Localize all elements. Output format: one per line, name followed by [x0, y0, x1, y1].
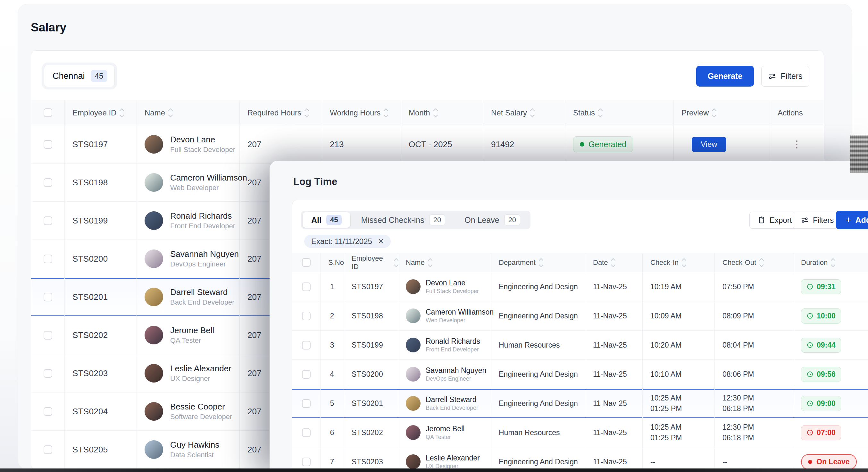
- checkbox-cell: [292, 301, 320, 331]
- sort-icon[interactable]: [305, 109, 308, 117]
- row-checkbox[interactable]: [43, 407, 52, 416]
- checkbox-cell: [292, 389, 320, 418]
- column-header-department[interactable]: Department: [491, 253, 585, 272]
- sort-icon[interactable]: [429, 259, 432, 266]
- tab-on-leave[interactable]: On Leave 20: [456, 212, 529, 228]
- sort-icon[interactable]: [682, 259, 686, 266]
- sort-icon[interactable]: [832, 259, 835, 266]
- row-checkbox[interactable]: [43, 255, 52, 263]
- row-checkbox[interactable]: [302, 341, 311, 350]
- duration-label: 09:44: [817, 341, 836, 350]
- add-log-button-label: Add Log: [856, 215, 868, 225]
- column-header-net-salary[interactable]: Net Salary: [483, 100, 565, 125]
- sort-icon[interactable]: [612, 259, 615, 266]
- employee-role: Full Stack Developer: [170, 145, 235, 154]
- salary-row-STS0197[interactable]: STS0197Devon LaneFull Stack Developer207…: [31, 125, 824, 164]
- log-row-STS0198[interactable]: 2STS0198Cameron WilliamsonWeb DeveloperE…: [292, 301, 868, 331]
- export-button[interactable]: Export: [749, 212, 800, 229]
- column-header-preview[interactable]: Preview: [674, 100, 770, 125]
- column-header-employee-id[interactable]: Employee ID: [65, 100, 137, 125]
- column-header-check-out[interactable]: Check-Out: [715, 253, 793, 272]
- salary-table-header: Employee IDNameRequired HoursWorking Hou…: [31, 100, 824, 125]
- column-label: Required Hours: [247, 108, 301, 117]
- employee-id: STS0202: [65, 316, 137, 354]
- column-header-month[interactable]: Month: [401, 100, 483, 125]
- duration-label: On Leave: [816, 458, 850, 466]
- row-checkbox[interactable]: [302, 370, 311, 379]
- sort-icon[interactable]: [599, 109, 602, 117]
- sort-icon[interactable]: [395, 259, 398, 266]
- log-row-STS0201[interactable]: 5STS0201Darrell StewardBack End Develope…: [292, 389, 868, 418]
- sort-icon[interactable]: [760, 259, 763, 266]
- filters-button[interactable]: Filters: [761, 66, 809, 87]
- tab-all[interactable]: All 45: [303, 212, 350, 228]
- log-row-STS0199[interactable]: 3STS0199Ronald RichardsFront End Develop…: [292, 331, 868, 360]
- sort-icon[interactable]: [531, 109, 534, 117]
- sort-icon[interactable]: [539, 259, 542, 266]
- log-row-STS0197[interactable]: 1STS0197Devon LaneFull Stack DeveloperEn…: [292, 272, 868, 301]
- row-checkbox[interactable]: [302, 283, 311, 291]
- row-checkbox[interactable]: [43, 108, 52, 117]
- row-checkbox[interactable]: [43, 445, 52, 454]
- sort-icon[interactable]: [120, 109, 123, 117]
- sort-icon[interactable]: [434, 109, 437, 117]
- view-button[interactable]: View: [692, 137, 726, 152]
- checkbox-cell: [292, 272, 320, 301]
- date-filter-chip[interactable]: Exact: 11/11/2025 ✕: [304, 235, 391, 248]
- tab-missed-check-ins[interactable]: Missed Check-ins 20: [352, 212, 454, 228]
- row-checkbox[interactable]: [43, 178, 52, 187]
- employee-name: Leslie Alexander: [426, 453, 480, 462]
- column-header-employee-id[interactable]: Employee ID: [344, 253, 398, 272]
- month: OCT - 2025: [401, 125, 483, 164]
- sort-icon[interactable]: [384, 109, 388, 117]
- employee-name-cell: Ronald RichardsFront End Developer: [137, 202, 240, 240]
- log-filters-button[interactable]: Filters: [793, 212, 842, 229]
- name-role: Cameron WilliamsonWeb Developer: [170, 172, 240, 193]
- avatar: [145, 135, 163, 154]
- column-header-status[interactable]: Status: [565, 100, 674, 125]
- duration-cell: 09:31: [793, 272, 868, 301]
- row-checkbox[interactable]: [302, 258, 311, 267]
- checkbox-cell: [31, 164, 65, 202]
- row-checkbox[interactable]: [302, 458, 311, 466]
- row-checkbox[interactable]: [302, 429, 311, 437]
- duration-cell: 09:44: [793, 331, 868, 360]
- avatar: [145, 211, 163, 230]
- employee-role: Web Developer: [426, 317, 491, 324]
- add-log-button[interactable]: + Add Log: [836, 211, 868, 229]
- generate-button[interactable]: Generate: [696, 66, 754, 87]
- row-checkbox[interactable]: [302, 399, 311, 408]
- row-checkbox[interactable]: [43, 140, 52, 149]
- check-out-times: 08:06 PM: [722, 369, 754, 380]
- avatar: [145, 288, 163, 306]
- employee-role: Back End Developer: [426, 404, 478, 412]
- row-checkbox[interactable]: [43, 293, 52, 301]
- sliders-icon: [801, 216, 809, 224]
- log-row-STS0202[interactable]: 6STS0202Jerome BellQA TesterHuman Resour…: [292, 418, 868, 447]
- column-header-name[interactable]: Name: [137, 100, 240, 125]
- column-header-name[interactable]: Name: [398, 253, 491, 272]
- check-in-times: 10:09 AM: [650, 311, 681, 321]
- column-header-date[interactable]: Date: [585, 253, 643, 272]
- row-checkbox[interactable]: [43, 216, 52, 225]
- check-out-times: 08:04 PM: [722, 340, 754, 351]
- column-header-required-hours[interactable]: Required Hours: [240, 100, 322, 125]
- log-row-STS0200[interactable]: 4STS0200Savannah NguyenDevOps EngineerEn…: [292, 360, 868, 389]
- row-checkbox[interactable]: [43, 369, 52, 378]
- column-label: S.No: [328, 259, 344, 267]
- sort-icon[interactable]: [713, 109, 716, 117]
- check-in-cell: 10:25 AM01:25 PM: [643, 418, 715, 447]
- column-header-working-hours[interactable]: Working Hours: [322, 100, 401, 125]
- column-header-check-in[interactable]: Check-In: [643, 253, 715, 272]
- name-role: Leslie AlexanderUX Designer: [170, 363, 231, 384]
- sort-icon[interactable]: [169, 109, 172, 117]
- close-icon[interactable]: ✕: [378, 237, 384, 246]
- employee-role: Front End Developer: [426, 346, 480, 353]
- row-checkbox[interactable]: [302, 312, 311, 320]
- employee-name-cell: Jerome BellQA Tester: [398, 418, 491, 447]
- column-header-duration[interactable]: Duration: [793, 253, 868, 272]
- kebab-menu-icon[interactable]: ⋮: [792, 140, 802, 149]
- location-chip[interactable]: Chennai 45: [44, 65, 115, 87]
- row-checkbox[interactable]: [43, 331, 52, 340]
- checkbox-cell: [31, 278, 65, 316]
